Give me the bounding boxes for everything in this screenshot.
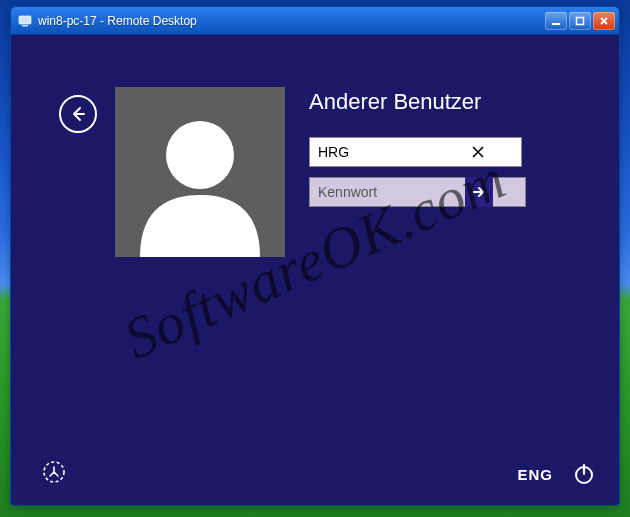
window-title: win8-pc-17 - Remote Desktop bbox=[38, 14, 545, 28]
svg-rect-0 bbox=[19, 16, 31, 24]
close-button[interactable] bbox=[593, 12, 615, 30]
login-screen: Anderer Benutzer bbox=[11, 35, 619, 505]
maximize-button[interactable] bbox=[569, 12, 591, 30]
remote-desktop-window: win8-pc-17 - Remote Desktop bbox=[10, 6, 620, 506]
language-switcher[interactable]: ENG bbox=[517, 466, 553, 483]
other-user-title: Anderer Benutzer bbox=[309, 89, 499, 115]
ease-of-access-icon bbox=[42, 460, 66, 484]
titlebar[interactable]: win8-pc-17 - Remote Desktop bbox=[11, 7, 619, 35]
svg-rect-3 bbox=[577, 17, 584, 24]
clear-username-button[interactable] bbox=[469, 143, 487, 161]
minimize-button[interactable] bbox=[545, 12, 567, 30]
svg-point-4 bbox=[166, 121, 234, 189]
username-field bbox=[309, 137, 493, 167]
user-silhouette-icon bbox=[130, 107, 270, 257]
ease-of-access-button[interactable] bbox=[41, 459, 67, 485]
power-button[interactable] bbox=[571, 461, 597, 487]
rdp-icon bbox=[17, 13, 33, 29]
close-icon bbox=[471, 145, 485, 159]
window-buttons bbox=[545, 12, 615, 30]
svg-rect-2 bbox=[552, 23, 560, 25]
username-input[interactable] bbox=[309, 137, 522, 167]
submit-button[interactable] bbox=[465, 177, 493, 207]
svg-rect-1 bbox=[22, 25, 28, 27]
power-icon bbox=[572, 462, 596, 486]
password-field bbox=[309, 177, 493, 207]
password-input[interactable] bbox=[309, 177, 526, 207]
user-avatar bbox=[115, 87, 285, 257]
arrow-left-icon bbox=[68, 104, 88, 124]
arrow-right-icon bbox=[471, 184, 487, 200]
back-button[interactable] bbox=[59, 95, 97, 133]
login-form: Anderer Benutzer bbox=[309, 89, 499, 217]
